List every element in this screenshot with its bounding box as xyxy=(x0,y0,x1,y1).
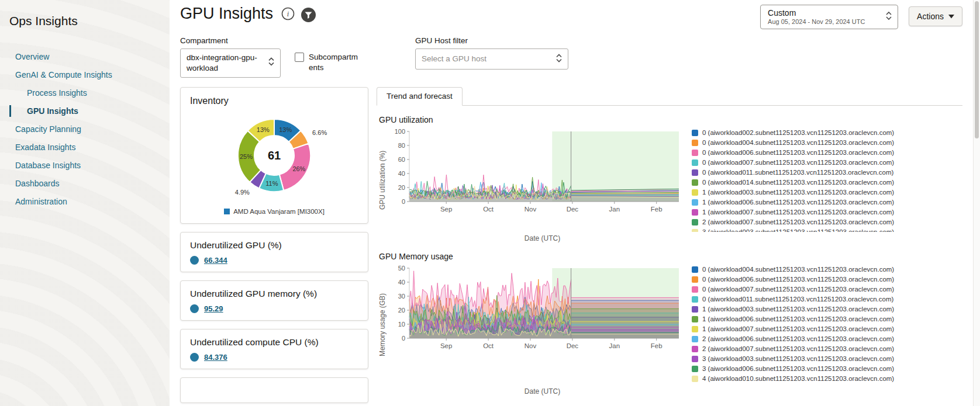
legend-item[interactable]: 2 (aiworkload006.subnet11251203.vcn11251… xyxy=(692,335,914,342)
x-axis-label: Date (UTC) xyxy=(377,387,684,395)
legend-item[interactable]: 0 (aiworkload004.subnet11251203.vcn11251… xyxy=(692,139,914,146)
legend-item[interactable]: 1 (aiworkload006.subnet11251203.vcn11251… xyxy=(692,315,914,322)
actions-button[interactable]: Actions xyxy=(909,6,962,26)
sidebar-nav: OverviewGenAI & Compute InsightsProcess … xyxy=(9,48,170,210)
legend-item[interactable]: 0 (aiworkload007.subnet11251203.vcn11251… xyxy=(692,159,914,166)
metric-title: Underutilized GPU memory (%) xyxy=(190,289,358,299)
legend-item[interactable]: 1 (aiworkload003.subnet11251203.vcn11251… xyxy=(692,306,914,313)
svg-text:Oct: Oct xyxy=(483,342,494,349)
legend-label: 0 (aiworkload002.subnet11251203.vcn11251… xyxy=(702,129,894,136)
info-icon[interactable]: i xyxy=(281,7,295,22)
svg-text:Sep: Sep xyxy=(440,342,452,349)
sidebar-item-administration[interactable]: Administration xyxy=(9,193,170,210)
legend-item[interactable]: 1 (aiworkload003.subnet11251203.vcn11251… xyxy=(692,189,914,196)
legend-item[interactable]: 2 (aiworkload007.subnet11251203.vcn11251… xyxy=(692,218,914,225)
donut-slice-label: 13% xyxy=(257,126,270,133)
compartment-select[interactable]: dbx-integration-gpu-workload xyxy=(180,48,281,78)
legend-item[interactable]: 1 (aiworkload007.subnet11251203.vcn11251… xyxy=(692,209,914,216)
svg-text:Dec: Dec xyxy=(567,206,579,213)
scrollbar-thumb[interactable] xyxy=(975,1,979,138)
legend-item[interactable]: 0 (aiworkload002.subnet11251203.vcn11251… xyxy=(692,129,914,136)
inventory-legend-label: AMD Aqua Vanjaram [MI300X] xyxy=(233,208,325,215)
sidebar-item-dashboards[interactable]: Dashboards xyxy=(9,175,170,192)
main-content: GPU Insights i Custom Aug 05, 2024 - Nov… xyxy=(170,0,980,406)
legend-item[interactable]: 0 (aiworkload011.subnet11251203.vcn11251… xyxy=(692,169,914,176)
svg-text:100: 100 xyxy=(395,128,405,135)
sidebar-item-gpu-insights[interactable]: GPU Insights xyxy=(9,102,170,120)
sidebar-item-genai-compute-insights[interactable]: GenAI & Compute Insights xyxy=(9,66,170,84)
sidebar-item-overview[interactable]: Overview xyxy=(9,48,170,65)
gpu-utilization-line-chart[interactable]: 020406080100SepOctNovDecJanFeb xyxy=(388,128,684,216)
filters-row: Compartment dbx-integration-gpu-workload… xyxy=(180,36,962,78)
svg-text:20: 20 xyxy=(398,184,405,191)
legend-item[interactable]: 0 (aiworkload004.subnet11251203.vcn11251… xyxy=(692,266,914,273)
gpu-memory-line-chart[interactable]: 01020304050SepOctNovDecJanFeb xyxy=(388,265,684,352)
svg-text:0: 0 xyxy=(402,198,405,205)
legend-label: 3 (aiworkload003.subnet11251203.vcn11251… xyxy=(702,355,894,362)
svg-text:Dec: Dec xyxy=(567,342,579,349)
legend-swatch xyxy=(692,296,698,303)
inventory-legend: AMD Aqua Vanjaram [MI300X] xyxy=(190,207,358,217)
donut-slice-label: 13% xyxy=(279,126,292,133)
tab-trend-and-forecast[interactable]: Trend and forecast xyxy=(377,87,463,106)
svg-text:Oct: Oct xyxy=(483,206,494,213)
sidebar-item-database-insights[interactable]: Database Insights xyxy=(9,157,170,174)
filter-icon[interactable] xyxy=(301,7,316,25)
legend-item[interactable]: 2 (aiworkload007.subnet11251203.vcn11251… xyxy=(692,345,914,352)
legend-item[interactable]: 0 (aiworkload011.subnet11251203.vcn11251… xyxy=(692,296,914,303)
legend-item[interactable]: 0 (aiworkload007.subnet11251203.vcn11251… xyxy=(692,286,914,293)
gpu-utilization-section: GPU utilization GPU utilization (%) 0204… xyxy=(377,115,962,242)
legend-swatch xyxy=(692,356,698,362)
metric-value-link[interactable]: 84.376 xyxy=(204,353,227,362)
legend-label: 0 (aiworkload006.subnet11251203.vcn11251… xyxy=(702,276,894,283)
legend-swatch xyxy=(692,150,698,156)
inventory-card: Inventory 13%6.6%26%11%4.9%25%13%61 AMD … xyxy=(180,87,368,224)
svg-text:20: 20 xyxy=(398,307,405,314)
legend-item[interactable]: 1 (aiworkload006.subnet11251203.vcn11251… xyxy=(692,199,914,206)
svg-text:Jan: Jan xyxy=(609,206,620,213)
legend-item[interactable]: 3 (aiworkload006.subnet11251203.vcn11251… xyxy=(692,365,914,372)
metric-value-link[interactable]: 95.29 xyxy=(204,304,223,313)
legend-swatch xyxy=(692,286,698,293)
vertical-scrollbar[interactable] xyxy=(973,0,980,406)
legend-label: 1 (aiworkload007.subnet11251203.vcn11251… xyxy=(702,209,894,216)
legend-item[interactable]: 0 (aiworkload006.subnet11251203.vcn11251… xyxy=(692,149,914,156)
legend-swatch xyxy=(224,209,230,214)
sidebar-item-exadata-insights[interactable]: Exadata Insights xyxy=(9,138,170,156)
time-range-selector[interactable]: Custom Aug 05, 2024 - Nov 29, 2024 UTC xyxy=(760,5,898,29)
app-title: Ops Insights xyxy=(9,14,170,28)
legend-item[interactable]: 3 (aiworkload003.subnet11251203.vcn11251… xyxy=(692,355,914,362)
subcompartments-option: Subcompartments xyxy=(295,52,361,72)
svg-text:40: 40 xyxy=(398,170,405,177)
legend-item[interactable]: 0 (aiworkload006.subnet11251203.vcn11251… xyxy=(692,276,914,283)
inventory-donut-chart[interactable]: 13%6.6%26%11%4.9%25%13%61 xyxy=(210,106,339,207)
stepper-icon xyxy=(885,11,892,23)
subcompartments-checkbox[interactable] xyxy=(295,53,304,62)
legend-label: 0 (aiworkload007.subnet11251203.vcn11251… xyxy=(702,159,894,166)
charts-panel: Trend and forecast GPU utilization GPU u… xyxy=(377,87,962,395)
legend-swatch xyxy=(692,189,698,196)
metric-value-link[interactable]: 66.344 xyxy=(204,256,227,265)
chart-title: GPU utilization xyxy=(379,115,962,124)
legend-swatch xyxy=(692,130,698,136)
content-row: Inventory 13%6.6%26%11%4.9%25%13%61 AMD … xyxy=(180,87,962,403)
legend-swatch xyxy=(692,229,698,233)
legend-item[interactable]: 0 (aiworkload014.subnet11251203.vcn11251… xyxy=(692,179,914,186)
legend-item[interactable]: 3 (aiworkload003.subnet11251203.vcn11251… xyxy=(692,228,914,232)
donut-slice-label: 4.9% xyxy=(235,189,250,196)
gpu-memory-usage-section: GPU Memory usage Memory usage (GB) 01020… xyxy=(377,252,962,395)
gpu-host-select[interactable]: Select a GPU host xyxy=(415,48,568,70)
sidebar-item-capacity-planning[interactable]: Capacity Planning xyxy=(9,120,170,138)
legend-item[interactable]: 4 (aiworkload010.subnet11251203.vcn11251… xyxy=(692,375,914,382)
legend-label: 4 (aiworkload010.subnet11251203.vcn11251… xyxy=(702,375,894,382)
compartment-label: Compartment xyxy=(180,36,281,45)
tab-bar: Trend and forecast xyxy=(377,87,962,106)
inventory-title: Inventory xyxy=(190,96,358,106)
y-axis-label: GPU utilization (%) xyxy=(377,128,388,232)
svg-text:0: 0 xyxy=(402,335,405,342)
stepper-icon xyxy=(555,53,563,65)
sidebar-item-process-insights[interactable]: Process Insights xyxy=(9,84,170,102)
legend-item[interactable]: 1 (aiworkload007.subnet11251203.vcn11251… xyxy=(692,325,914,332)
legend-label: 0 (aiworkload004.subnet11251203.vcn11251… xyxy=(702,266,894,273)
legend-swatch xyxy=(692,326,698,332)
